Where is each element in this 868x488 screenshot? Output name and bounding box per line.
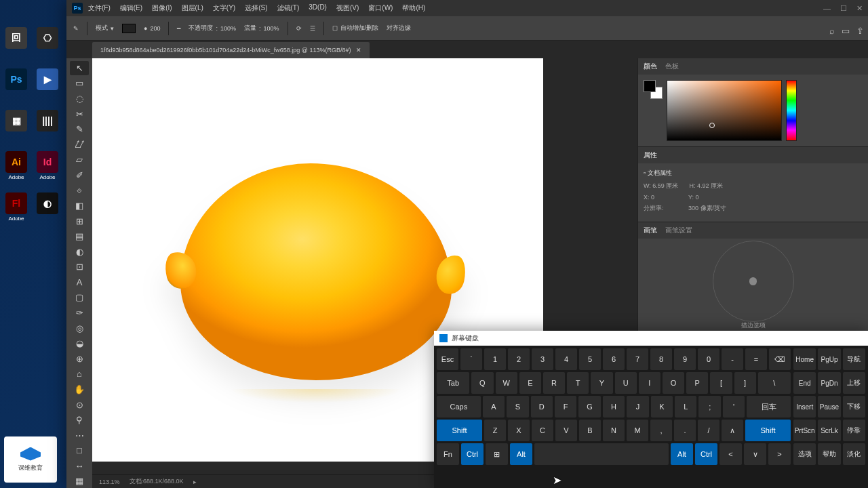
osk-key[interactable]: D <box>531 396 553 418</box>
osk-key[interactable]: ` <box>460 348 482 370</box>
desktop-icon[interactable]: ◐ <box>34 192 61 230</box>
tool-button[interactable]: ▱ <box>70 152 89 167</box>
osk-key[interactable]: R <box>543 372 565 394</box>
tool-button[interactable]: ↔ <box>70 459 89 473</box>
desktop-icon[interactable]: Ps <box>3 68 30 106</box>
osk-side-key[interactable]: 停靠 <box>843 420 865 441</box>
osk-key[interactable]: [ <box>710 372 732 394</box>
osk-side-key[interactable]: Home <box>793 348 816 370</box>
osk-key[interactable]: Esc <box>437 348 458 370</box>
tool-button[interactable]: ⌂ <box>70 367 89 382</box>
desktop-icon[interactable]: |||| <box>34 110 61 147</box>
osk-key[interactable]: - <box>722 348 743 370</box>
osk-key[interactable]: Z <box>484 420 506 441</box>
opacity-control[interactable]: 不透明度: 100% <box>189 24 236 33</box>
tool-button[interactable]: ▤ <box>70 229 89 243</box>
fg-bg-colors[interactable] <box>644 80 663 99</box>
desktop-icon[interactable]: IdAdobe <box>34 151 61 188</box>
osk-key[interactable]: ; <box>698 396 720 418</box>
status-chevron-icon[interactable]: ▸ <box>193 479 197 485</box>
osk-side-key[interactable]: PgDn <box>818 372 840 394</box>
tool-button[interactable]: ✎ <box>70 122 89 136</box>
menu-item[interactable]: 3D(D) <box>309 3 327 13</box>
close-tab-icon[interactable]: ✕ <box>356 47 361 54</box>
tab-properties[interactable]: 属性 <box>644 150 657 160</box>
maximize-button[interactable]: ☐ <box>840 4 847 13</box>
osk-key[interactable]: K <box>651 396 673 418</box>
osk-key[interactable]: 2 <box>508 348 530 370</box>
menu-item[interactable]: 帮助(H) <box>402 3 425 13</box>
desktop-icon[interactable]: 回 <box>3 27 30 64</box>
options-right-icon[interactable]: ⇪ <box>856 26 864 36</box>
brush-preview-swatch[interactable] <box>122 24 136 33</box>
tab-color[interactable]: 颜色 <box>644 62 657 71</box>
tool-button[interactable]: ✐ <box>70 168 89 182</box>
osk-side-key[interactable]: 上移 <box>843 372 865 394</box>
tool-button[interactable]: ▭ <box>70 77 89 91</box>
options-right-icon[interactable]: ⌕ <box>829 26 835 36</box>
flow-control[interactable]: 流量: 100% <box>244 24 279 33</box>
osk-key[interactable]: = <box>745 348 767 370</box>
osk-key[interactable]: ⌫ <box>769 348 791 370</box>
tool-button[interactable]: ◌ <box>70 92 89 106</box>
osk-key[interactable]: ' <box>723 396 745 418</box>
osk-key[interactable]: N <box>603 420 625 441</box>
osk-key[interactable]: T <box>567 372 589 394</box>
options-right-icon[interactable]: ▭ <box>842 26 850 36</box>
tool-button[interactable]: ◧ <box>70 199 89 213</box>
osk-side-key[interactable]: Insert <box>793 396 816 418</box>
osk-key[interactable]: Alt <box>671 443 693 465</box>
menu-item[interactable]: 视图(V) <box>336 3 359 13</box>
osk-key[interactable]: L <box>675 396 696 418</box>
osk-key[interactable]: 1 <box>484 348 506 370</box>
tool-button[interactable]: ↖ <box>70 61 89 75</box>
osk-key[interactable]: 7 <box>627 348 648 370</box>
osk-key[interactable]: Ctrl <box>461 443 484 465</box>
tool-button[interactable]: ▦ <box>70 474 89 488</box>
hue-slider[interactable] <box>786 80 797 141</box>
osk-key[interactable]: E <box>519 372 541 394</box>
osk-key[interactable]: Alt <box>510 443 532 465</box>
align-edges[interactable]: 对齐边缘 <box>387 24 411 33</box>
osk-key[interactable]: 3 <box>532 348 553 370</box>
tool-button[interactable]: ⚲ <box>70 413 89 427</box>
osk-key[interactable]: ∧ <box>722 420 743 441</box>
osk-key[interactable]: > <box>768 443 791 465</box>
osk-key[interactable]: P <box>686 372 708 394</box>
desktop-icon[interactable]: FlAdobe <box>3 192 30 230</box>
tool-button[interactable]: ⊡ <box>70 260 89 274</box>
osk-key[interactable]: 5 <box>579 348 601 370</box>
tool-button[interactable]: ◎ <box>70 321 89 336</box>
tool-button[interactable]: ⟐ <box>70 184 89 198</box>
menu-item[interactable]: 文件(F) <box>88 3 111 13</box>
osk-key[interactable]: O <box>663 372 684 394</box>
brush-angle-preview[interactable] <box>644 244 863 319</box>
tool-button[interactable]: □ <box>70 443 89 458</box>
osk-key[interactable]: Fn <box>437 443 459 465</box>
osk-key[interactable]: . <box>674 420 696 441</box>
document-tab[interactable]: 1f6d93b958d864abe0d2619926f0bb5b101d704a… <box>92 42 370 58</box>
close-button[interactable]: ✕ <box>856 4 863 13</box>
osk-key[interactable]: Shift <box>745 420 791 441</box>
osk-key[interactable]: \ <box>758 372 791 394</box>
menu-item[interactable]: 图层(L) <box>182 3 203 13</box>
osk-key[interactable]: Tab <box>437 372 469 394</box>
osk-key[interactable]: G <box>578 396 600 418</box>
osk-key[interactable]: B <box>579 420 601 441</box>
osk-key[interactable]: Q <box>471 372 493 394</box>
angle-icon[interactable]: ⟳ <box>296 25 302 32</box>
minimize-button[interactable]: — <box>823 4 831 13</box>
osk-side-key[interactable]: 下移 <box>843 396 865 418</box>
osk-key[interactable]: X <box>508 420 530 441</box>
menu-item[interactable]: 窗口(W) <box>368 3 393 13</box>
osk-key[interactable]: 0 <box>698 348 719 370</box>
tool-button[interactable]: ✂ <box>70 107 89 121</box>
osk-key[interactable]: Ctrl <box>695 443 717 465</box>
menu-item[interactable]: 图像(I) <box>152 3 172 13</box>
osk-side-key[interactable]: 淡化 <box>843 443 865 465</box>
osk-key[interactable]: Shift <box>437 420 482 441</box>
menu-item[interactable]: 文字(Y) <box>213 3 235 13</box>
osk-key[interactable]: W <box>496 372 517 394</box>
osk-key[interactable]: U <box>615 372 637 394</box>
zoom-level[interactable]: 113.1% <box>99 479 120 485</box>
